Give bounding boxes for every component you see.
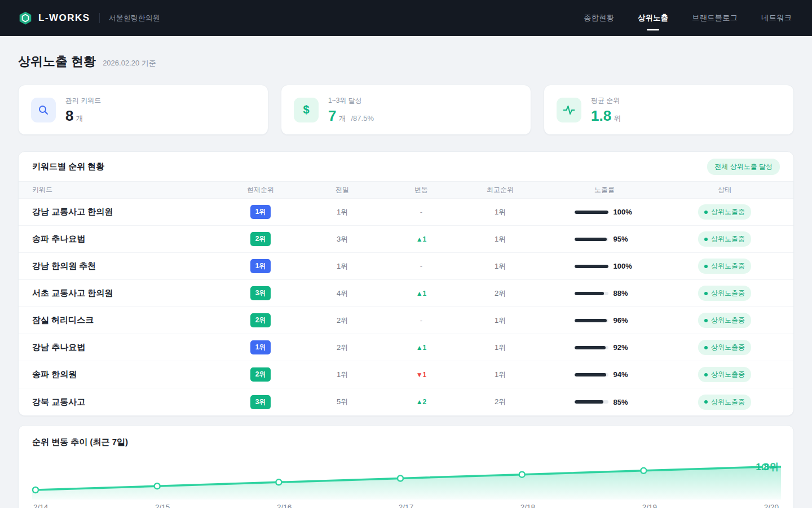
prev-rank-cell: 1위 — [303, 207, 382, 217]
nav-divider — [99, 13, 100, 23]
exposure-percent: 100% — [614, 208, 635, 216]
x-axis-label: 2/15 — [155, 503, 170, 508]
best-rank-cell: 1위 — [461, 370, 540, 380]
x-axis-label: 2/16 — [277, 503, 292, 508]
stat-label: 평균 순위 — [591, 96, 621, 106]
change-cell: ▼1 — [382, 371, 461, 379]
exposure-bar — [575, 346, 608, 349]
nav-item-top-exposure[interactable]: 상위노출 — [638, 13, 668, 23]
keyword-cell: 송파 한의원 — [32, 369, 218, 380]
status-dot-icon — [704, 292, 708, 295]
stat-label: 관리 키워드 — [65, 96, 101, 106]
trend-point — [155, 483, 160, 489]
trend-point — [398, 476, 403, 481]
exposure-bar — [575, 292, 608, 295]
exposure-cell: 88% — [540, 289, 669, 297]
dollar-icon: $ — [294, 98, 319, 122]
keyword-cell: 강북 교통사고 — [32, 397, 218, 408]
status-dot-icon — [704, 373, 708, 376]
trend-point — [33, 487, 38, 493]
exposure-cell: 95% — [540, 235, 669, 243]
x-axis-label: 2/14 — [33, 503, 48, 508]
keyword-cell: 서초 교통사고 한의원 — [32, 288, 218, 299]
stat-unit: 개 — [338, 113, 346, 124]
stat-value: 7 — [328, 108, 336, 123]
status-badge: 상위노출중 — [698, 259, 751, 274]
stat-value: 1.8 — [591, 108, 611, 123]
col-status: 상태 — [669, 185, 780, 195]
prev-rank-cell: 1위 — [303, 370, 382, 380]
status-badge: 상위노출중 — [698, 204, 751, 220]
rank-badge: 2위 — [250, 313, 271, 327]
status-dot-icon — [704, 319, 708, 322]
table-row: 강남 한의원 추천1위1위-1위100%상위노출중 — [19, 253, 793, 280]
nav-item-overview[interactable]: 종합현황 — [584, 13, 614, 23]
nav-item-network[interactable]: 네트워크 — [761, 13, 792, 23]
prev-rank-cell: 5위 — [303, 397, 382, 407]
change-cell: ▲1 — [382, 344, 461, 352]
brand-name[interactable]: L-WORKS — [38, 12, 90, 24]
logo-icon — [18, 11, 33, 25]
achievement-badge: 전체 상위노출 달성 — [707, 159, 780, 175]
status-dot-icon — [704, 265, 708, 268]
trend-point — [276, 479, 281, 485]
keyword-cell: 송파 추나요법 — [32, 234, 218, 244]
stat-unit: 위 — [614, 113, 621, 124]
change-cell: ▲1 — [382, 290, 461, 297]
client-name: 서울힐링한의원 — [109, 13, 160, 23]
rank-badge: 1위 — [250, 340, 271, 354]
search-icon — [31, 98, 56, 122]
rank-badge: 3위 — [250, 395, 271, 409]
exposure-percent: 85% — [614, 398, 635, 406]
col-change: 변동 — [382, 185, 461, 195]
status-badge: 상위노출중 — [698, 367, 751, 382]
x-axis-label: 2/18 — [520, 503, 535, 508]
col-current-rank: 현재순위 — [218, 185, 303, 195]
rank-badge: 2위 — [250, 367, 271, 382]
best-rank-cell: 1위 — [461, 261, 540, 271]
table-row: 서초 교통사고 한의원3위4위▲12위88%상위노출중 — [19, 280, 793, 307]
keyword-cell: 잠실 허리디스크 — [32, 315, 218, 326]
nav-item-brand-blog[interactable]: 브랜드블로그 — [692, 13, 738, 23]
exposure-percent: 96% — [614, 316, 635, 325]
best-rank-cell: 1위 — [461, 343, 540, 353]
status-badge: 상위노출중 — [698, 286, 751, 301]
table-row: 송파 한의원2위1위▼11위94%상위노출중 — [19, 361, 793, 388]
rank-badge: 1위 — [250, 205, 271, 219]
trend-end-label: 1.8위 — [756, 462, 779, 472]
status-dot-icon — [704, 346, 708, 349]
best-rank-cell: 1위 — [461, 207, 540, 217]
change-cell: - — [382, 316, 461, 325]
exposure-cell: 96% — [540, 316, 669, 325]
status-badge: 상위노출중 — [698, 340, 751, 355]
table-row: 강남 교통사고 한의원1위1위-1위100%상위노출중 — [19, 199, 793, 226]
exposure-percent: 95% — [614, 235, 635, 243]
change-cell: ▲1 — [382, 235, 461, 243]
table-row: 송파 추나요법2위3위▲11위95%상위노출중 — [19, 226, 793, 253]
stat-cards: 관리 키워드 8 개 $ 1~3위 달성 7 개 /87.5% — [18, 85, 794, 135]
status-dot-icon — [704, 238, 708, 241]
exposure-percent: 100% — [614, 262, 635, 270]
trend-point — [519, 472, 525, 478]
status-dot-icon — [704, 400, 708, 404]
best-rank-cell: 2위 — [461, 288, 540, 299]
table-row: 강남 추나요법1위2위▲11위92%상위노출중 — [19, 334, 793, 361]
page-date: 2026.02.20 기준 — [103, 58, 156, 68]
exposure-cell: 100% — [540, 262, 669, 270]
stat-card-top3: $ 1~3위 달성 7 개 /87.5% — [281, 85, 531, 135]
table-row: 잠실 허리디스크2위2위-1위96%상위노출중 — [19, 307, 793, 334]
status-badge: 상위노출중 — [698, 231, 751, 247]
exposure-bar — [575, 238, 608, 241]
exposure-bar — [575, 319, 608, 322]
exposure-cell: 100% — [540, 208, 669, 216]
trend-point — [641, 468, 646, 474]
status-dot-icon — [704, 211, 708, 214]
exposure-percent: 92% — [614, 343, 635, 352]
status-badge: 상위노출중 — [698, 395, 751, 410]
best-rank-cell: 1위 — [461, 316, 540, 326]
stat-extra: /87.5% — [351, 114, 373, 122]
nav-menu: 종합현황 상위노출 브랜드블로그 네트워크 — [584, 13, 792, 23]
exposure-bar — [575, 265, 608, 268]
exposure-cell: 92% — [540, 343, 669, 352]
keyword-cell: 강남 추나요법 — [32, 342, 218, 353]
